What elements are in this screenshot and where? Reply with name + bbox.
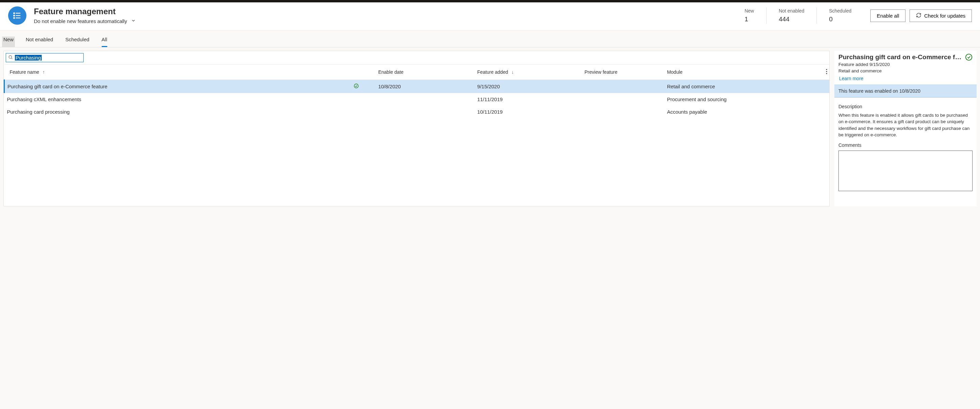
svg-point-10 [826,73,827,74]
stat-value: 444 [779,16,805,23]
cell-added: 9/15/2020 [474,80,582,94]
col-check [351,65,375,80]
svg-point-8 [826,69,827,70]
chevron-down-icon [131,18,136,24]
table-row[interactable]: Purchasing gift card on e-Commerce featu… [5,80,830,94]
cell-enable-date [375,93,474,106]
tab-new[interactable]: New [2,36,15,47]
stat-value: 1 [745,16,754,23]
cell-name: Purchasing card processing [5,106,351,118]
detail-added: Feature added 9/15/2020 [838,62,963,68]
stat-label: Scheduled [829,8,851,14]
feature-grid-panel: Purchasing Feature name ↑ Enable date Fe… [3,51,830,206]
table-row[interactable]: Purchasing cXML enhancements 11/11/2019 … [5,93,830,106]
feature-table: Feature name ↑ Enable date Feature added… [4,64,829,118]
cell-name: Purchasing gift card on e-Commerce featu… [5,80,351,94]
svg-line-7 [11,58,13,59]
button-label: Check for updates [924,13,966,19]
detail-title: Purchasing gift card on e-Commerce f… [838,54,963,61]
detail-panel: Purchasing gift card on e-Commerce f… Fe… [834,51,977,206]
svg-point-2 [14,15,14,16]
cell-enable-date: 10/8/2020 [375,80,474,94]
svg-point-6 [9,55,11,58]
page-header: Feature management Do not enable new fea… [0,2,980,30]
stat-value: 0 [829,16,851,23]
svg-point-9 [826,71,827,72]
page-title: Feature management [34,7,136,16]
app-top-bar [0,0,980,2]
description-label: Description [838,104,972,109]
check-circle-icon [353,84,359,90]
col-feature-added[interactable]: Feature added ↓ [474,65,582,80]
stat-label: Not enabled [779,8,805,14]
search-icon [8,55,13,60]
stat-not-enabled[interactable]: Not enabled 444 [766,8,817,24]
col-preview[interactable]: Preview feature [582,65,664,80]
page-subtitle-text: Do not enable new features automatically [34,18,127,24]
svg-point-12 [966,54,972,60]
detail-enabled-banner: This feature was enabled on 10/8/2020 [834,84,977,97]
sort-desc-icon: ↓ [511,69,514,75]
stat-label: New [745,8,754,14]
refresh-icon [916,13,921,19]
learn-more-link[interactable]: Learn more [838,76,864,81]
stat-new[interactable]: New 1 [732,8,766,24]
svg-point-11 [354,84,358,88]
tab-all[interactable]: All [102,36,107,47]
cell-enable-date [375,106,474,118]
search-input-wrapper[interactable]: Purchasing [6,53,84,62]
cell-added: 11/11/2019 [474,93,582,106]
detail-module: Retail and commerce [838,68,963,75]
cell-module: Retail and commerce [664,80,829,94]
table-row[interactable]: Purchasing card processing 10/11/2019 Ac… [5,106,830,118]
feature-list-icon [8,6,26,25]
svg-point-0 [14,13,14,14]
button-label: Enable all [877,13,899,19]
sort-asc-icon: ↑ [43,69,45,75]
stat-scheduled[interactable]: Scheduled 0 [816,8,864,24]
cell-module: Accounts payable [664,106,829,118]
tabs: New Not enabled Scheduled All [0,30,980,48]
more-options-icon[interactable] [826,69,827,75]
page-subtitle-dropdown[interactable]: Do not enable new features automatically [34,18,136,24]
col-module[interactable]: Module [664,65,829,80]
cell-preview [582,80,664,94]
description-text: When this feature is enabled it allows g… [838,112,972,138]
header-stats: New 1 Not enabled 444 Scheduled 0 [732,8,864,24]
cell-enabled [351,80,375,94]
comments-input[interactable] [838,151,972,191]
col-feature-name[interactable]: Feature name ↑ [5,65,351,80]
cell-preview [582,93,664,106]
check-updates-button[interactable]: Check for updates [910,10,972,22]
cell-added: 10/11/2019 [474,106,582,118]
check-circle-icon [965,54,972,62]
tab-scheduled[interactable]: Scheduled [65,36,89,47]
comments-label: Comments [838,143,972,148]
cell-preview [582,106,664,118]
svg-point-4 [14,17,14,19]
search-input[interactable]: Purchasing [15,55,41,60]
tab-not-enabled[interactable]: Not enabled [26,36,53,47]
cell-module: Procurement and sourcing [664,93,829,106]
col-enable-date[interactable]: Enable date [375,65,474,80]
enable-all-button[interactable]: Enable all [870,10,905,22]
cell-name: Purchasing cXML enhancements [5,93,351,106]
